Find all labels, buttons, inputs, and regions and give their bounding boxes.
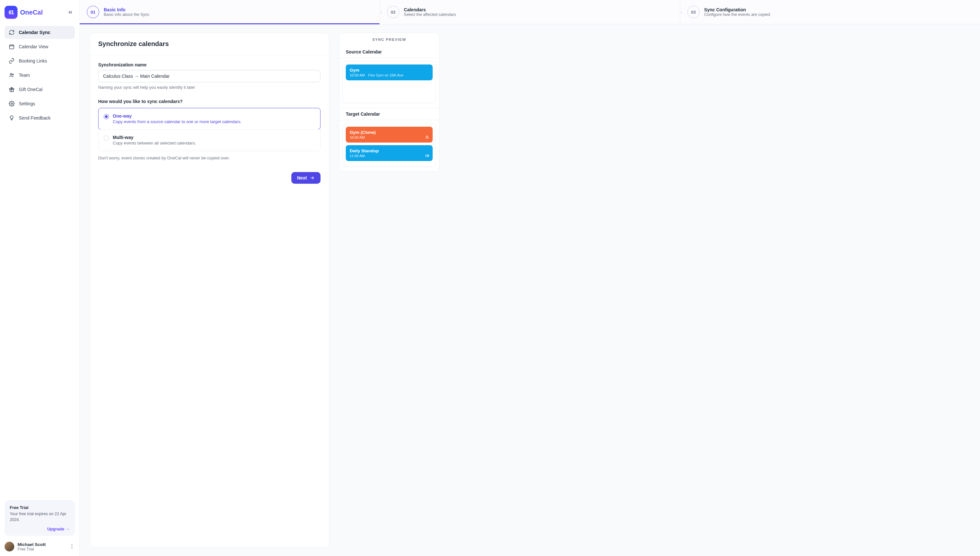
preview-card: SYNC PREVIEW Source Calendar Gym 10:00 A… bbox=[339, 33, 440, 172]
sidebar-item-gift[interactable]: Gift OneCal bbox=[5, 83, 75, 96]
user-plan: Free Trial bbox=[18, 547, 46, 551]
svg-rect-10 bbox=[425, 155, 428, 156]
sidebar-collapse-button[interactable] bbox=[66, 8, 75, 17]
gear-icon bbox=[8, 100, 15, 107]
sync-name-input[interactable] bbox=[98, 70, 320, 82]
preview-target-calendar: Gym (Clone) 10:00 AM Daily Standup 11:00… bbox=[343, 123, 436, 167]
page-title: Synchronize calendars bbox=[98, 40, 320, 48]
user-menu-button[interactable] bbox=[69, 543, 75, 550]
event-card: Daily Standup 11:00 AM bbox=[346, 145, 433, 161]
event-title: Daily Standup bbox=[350, 149, 429, 153]
svg-rect-0 bbox=[10, 45, 14, 49]
next-button[interactable]: Next bbox=[291, 172, 320, 184]
event-time: 11:00 AM bbox=[350, 154, 429, 158]
step-subtitle: Basic info about the Sync bbox=[104, 12, 149, 17]
sidebar-item-label: Team bbox=[19, 73, 30, 78]
logo-wordmark: OneCal bbox=[20, 9, 43, 16]
sync-mode-options: One-way Copy events from a source calend… bbox=[98, 108, 320, 151]
calendar-icon bbox=[8, 44, 15, 50]
svg-point-1 bbox=[10, 74, 12, 75]
step-number: 03 bbox=[687, 6, 700, 18]
sidebar-item-team[interactable]: Team bbox=[5, 69, 75, 82]
gift-icon bbox=[8, 86, 15, 93]
step-subtitle: Select the affected calendars bbox=[404, 12, 456, 17]
step-number: 01 bbox=[87, 6, 99, 18]
event-title: Gym bbox=[350, 68, 429, 73]
option-title: One-way bbox=[113, 113, 315, 119]
step-title: Sync Configuration bbox=[704, 7, 770, 12]
preview-section-target-title: Target Calendar bbox=[339, 108, 439, 120]
lightbulb-icon bbox=[8, 115, 15, 121]
stepper: 01 Basic Info Basic info about the Sync … bbox=[80, 0, 980, 24]
sidebar: 01 OneCal Calendar Sync Calendar View Bo… bbox=[0, 0, 80, 556]
sidebar-item-send-feedback[interactable]: Send Feedback bbox=[5, 112, 75, 124]
video-icon bbox=[425, 153, 429, 158]
arrow-right-icon bbox=[309, 175, 315, 181]
sidebar-item-calendar-sync[interactable]: Calendar Sync bbox=[5, 26, 75, 39]
user-row[interactable]: Michael Scott Free Trial bbox=[5, 542, 75, 551]
radio-icon bbox=[104, 114, 109, 119]
sync-mode-question: How would you like to sync calendars? bbox=[98, 99, 320, 104]
step-sync-configuration[interactable]: 03 Sync Configuration Configure how the … bbox=[680, 0, 980, 24]
sidebar-item-calendar-view[interactable]: Calendar View bbox=[5, 40, 75, 53]
refresh-icon bbox=[8, 29, 15, 36]
svg-point-6 bbox=[72, 544, 72, 545]
svg-point-2 bbox=[12, 74, 14, 75]
svg-point-8 bbox=[72, 548, 72, 548]
preview-source-calendar: Gym 10:00 AM·Flex Gym on 16th Ave bbox=[343, 61, 436, 103]
avatar bbox=[5, 542, 14, 551]
sync-name-helper: Naming your sync will help you easily id… bbox=[98, 85, 320, 90]
option-subtitle: Copy events between all selected calenda… bbox=[113, 141, 315, 145]
preview-section-source-title: Source Calendar bbox=[339, 46, 439, 58]
logo-badge-icon: 01 bbox=[5, 6, 18, 19]
step-number: 02 bbox=[387, 6, 399, 18]
sync-name-label: Synchronization name bbox=[98, 62, 147, 67]
option-one-way[interactable]: One-way Copy events from a source calend… bbox=[98, 108, 320, 129]
logo[interactable]: 01 OneCal bbox=[5, 6, 43, 19]
sidebar-item-label: Gift OneCal bbox=[19, 87, 42, 92]
sidebar-item-settings[interactable]: Settings bbox=[5, 97, 75, 110]
step-basic-info[interactable]: 01 Basic Info Basic info about the Sync … bbox=[80, 0, 380, 24]
sidebar-item-booking-links[interactable]: Booking Links bbox=[5, 55, 75, 67]
option-subtitle: Copy events from a source calendar to on… bbox=[113, 119, 315, 124]
step-title: Basic Info bbox=[104, 7, 149, 12]
upgrade-link[interactable]: Upgrade → bbox=[10, 527, 70, 532]
step-subtitle: Configure how the events are copied bbox=[704, 12, 770, 17]
step-calendars[interactable]: 02 Calendars Select the affected calenda… bbox=[380, 0, 680, 24]
svg-point-7 bbox=[72, 546, 72, 546]
preview-heading: SYNC PREVIEW bbox=[339, 33, 439, 46]
sidebar-item-label: Calendar View bbox=[19, 44, 48, 49]
trial-expiry-text: Your free trial expires on 22 Apr 2024. bbox=[10, 511, 70, 523]
lock-icon bbox=[425, 135, 429, 139]
users-icon bbox=[8, 72, 15, 78]
sidebar-item-label: Calendar Sync bbox=[19, 30, 50, 35]
sync-footnote: Don't worry, event clones created by One… bbox=[98, 155, 320, 160]
event-time: 10:00 AM bbox=[350, 136, 429, 139]
radio-icon bbox=[104, 136, 109, 141]
option-multi-way[interactable]: Multi-way Copy events between all select… bbox=[99, 129, 320, 151]
event-card: Gym 10:00 AM·Flex Gym on 16th Ave bbox=[346, 65, 433, 80]
event-card: Gym (Clone) 10:00 AM bbox=[346, 127, 433, 142]
chevrons-left-icon bbox=[67, 10, 73, 15]
option-title: Multi-way bbox=[113, 135, 315, 140]
event-time: 10:00 AM·Flex Gym on 16th Ave bbox=[350, 73, 429, 77]
event-title: Gym (Clone) bbox=[350, 130, 429, 135]
step-title: Calendars bbox=[404, 7, 456, 12]
sidebar-item-label: Settings bbox=[19, 101, 35, 106]
link-icon bbox=[8, 58, 15, 64]
trial-title: Free Trial bbox=[10, 505, 70, 510]
next-button-label: Next bbox=[297, 175, 307, 181]
trial-card: Free Trial Your free trial expires on 22… bbox=[5, 500, 75, 536]
svg-rect-9 bbox=[426, 137, 429, 139]
user-name: Michael Scott bbox=[18, 542, 46, 547]
sidebar-item-label: Booking Links bbox=[19, 58, 47, 63]
sidebar-item-label: Send Feedback bbox=[19, 115, 50, 121]
more-vertical-icon bbox=[69, 543, 75, 549]
form-card: Synchronize calendars Synchronization na… bbox=[89, 33, 329, 548]
svg-point-5 bbox=[11, 103, 13, 105]
